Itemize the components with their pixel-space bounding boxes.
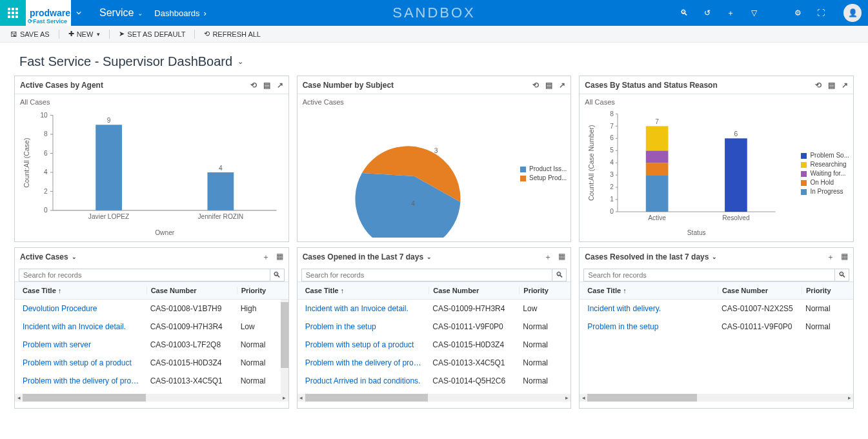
col-case-number[interactable]: Case Number	[429, 287, 519, 294]
global-nav-bar: prodware ⟳Fast Service Service ⌄ Dashboa…	[0, 0, 868, 26]
col-case-title[interactable]: Case Title ↑	[301, 287, 429, 294]
col-priority[interactable]: Priority	[519, 287, 570, 294]
scroll-left-arrow[interactable]: ◂	[580, 394, 587, 402]
col-case-title[interactable]: Case Title ↑	[583, 287, 718, 294]
settings-gear-icon[interactable]: ⚙	[792, 8, 803, 17]
search-icon[interactable]: 🔍︎	[678, 8, 690, 17]
svg-text:0: 0	[44, 207, 48, 214]
table-row[interactable]: Problem with the delivery of product 874…	[15, 372, 288, 390]
search-button[interactable]: 🔍︎	[552, 269, 566, 281]
scroll-right-arrow[interactable]: ▸	[563, 394, 570, 402]
records-icon[interactable]: ▤	[545, 81, 552, 90]
horizontal-scrollbar[interactable]: ◂ ▸	[298, 394, 571, 402]
case-title-link[interactable]: Problem with setup of a product	[19, 358, 146, 367]
svg-text:Javier LOPEZ: Javier LOPEZ	[88, 212, 129, 220]
col-case-number[interactable]: Case Number	[146, 287, 237, 294]
table-row[interactable]: Problem with the delivery of product 874…	[298, 354, 571, 372]
save-as-button[interactable]: 🖫SAVE AS	[6, 29, 54, 39]
chevron-down-icon: ▾	[97, 31, 100, 37]
case-title-link[interactable]: Problem with the delivery of product 874…	[19, 376, 146, 385]
recent-icon[interactable]: ↺	[701, 8, 713, 17]
refresh-icon[interactable]: ⟲	[532, 81, 539, 90]
area-switcher[interactable]: Service ⌄	[86, 7, 143, 19]
priority-cell: Normal	[519, 358, 570, 367]
case-title-link[interactable]: Incident with delivery.	[583, 304, 718, 313]
list-title[interactable]: Active Cases⌄	[20, 252, 77, 261]
card-cases-by-status: Cases By Status and Status Reason ⟲ ▤ ↗ …	[579, 76, 854, 242]
table-row[interactable]: Incident with delivery.CAS-01007-N2X2S5N…	[580, 300, 853, 318]
table-row[interactable]: Devolution ProcedureCAS-01008-V1B7H9High	[15, 300, 288, 318]
col-priority[interactable]: Priority	[237, 287, 288, 294]
horizontal-scrollbar[interactable]: ◂ ▸	[15, 394, 288, 402]
table-row[interactable]: Problem with setup of a productCAS-01015…	[298, 336, 571, 354]
search-input[interactable]	[584, 269, 834, 281]
list-title[interactable]: Cases Opened in the Last 7 days⌄	[303, 252, 432, 261]
search-input[interactable]	[302, 269, 552, 281]
grid-view-icon[interactable]: ▦	[276, 252, 283, 263]
scroll-left-arrow[interactable]: ◂	[15, 394, 23, 402]
case-title-link[interactable]: Product Arrived in bad conditions.	[301, 376, 429, 385]
brand-dropdown[interactable]	[71, 0, 86, 26]
scroll-right-arrow[interactable]: ▸	[281, 394, 288, 402]
case-number-cell: CAS-01014-Q5H2C6	[429, 376, 519, 385]
svg-text:Jennifer ROZIN: Jennifer ROZIN	[197, 212, 243, 220]
popout-icon[interactable]: ↗	[842, 81, 848, 90]
refresh-all-button[interactable]: ⟲REFRESH ALL	[200, 28, 265, 39]
col-case-title[interactable]: Case Title ↑	[19, 287, 146, 294]
case-title-link[interactable]: Problem with the delivery of product 874…	[301, 358, 429, 367]
table-row[interactable]: Problem with setup of a productCAS-01015…	[15, 354, 288, 372]
records-icon[interactable]: ▤	[263, 81, 270, 90]
set-default-button[interactable]: ➤SET AS DEFAULT	[115, 28, 189, 39]
case-title-link[interactable]: Problem with setup of a product	[301, 340, 429, 349]
table-row[interactable]: Problem with serverCAS-01003-L7F2Q8Norma…	[15, 336, 288, 354]
vertical-scrollbar[interactable]	[281, 300, 288, 394]
table-row[interactable]: Incident with an Invoice detail.CAS-0100…	[15, 318, 288, 336]
svg-text:4: 4	[411, 200, 415, 207]
svg-text:6: 6	[734, 130, 738, 138]
scroll-left-arrow[interactable]: ◂	[298, 394, 305, 402]
create-icon[interactable]: ＋	[725, 8, 736, 19]
col-priority[interactable]: Priority	[802, 287, 853, 294]
table-row[interactable]: Product Arrived in bad conditions.CAS-01…	[298, 372, 571, 390]
dashboard-selector[interactable]: Fast Service - Supervisor DashBoard ⌄	[0, 43, 868, 76]
popout-icon[interactable]: ↗	[559, 81, 565, 90]
table-row[interactable]: Incident with an Invoice detail.CAS-0100…	[298, 300, 571, 318]
user-avatar[interactable]: 👤	[843, 4, 862, 22]
case-title-link[interactable]: Devolution Procedure	[19, 304, 146, 313]
case-number-cell: CAS-01007-N2X2S5	[718, 304, 802, 313]
sort-asc-icon: ↑	[58, 287, 62, 294]
refresh-icon[interactable]: ⟲	[815, 81, 822, 90]
help-expand-icon[interactable]: ⛶	[815, 8, 827, 17]
records-icon[interactable]: ▤	[828, 81, 835, 90]
app-launcher-button[interactable]	[0, 0, 26, 26]
popout-icon[interactable]: ↗	[277, 81, 283, 90]
refresh-icon[interactable]: ⟲	[250, 81, 257, 90]
bar-chart[interactable]: 02468109Javier LOPEZ4Jennifer ROZINOwner…	[20, 108, 283, 238]
search-button[interactable]: 🔍︎	[834, 269, 849, 281]
new-button[interactable]: ✚NEW▾	[65, 28, 105, 39]
search-input[interactable]	[19, 269, 270, 281]
case-number-cell: CAS-01015-H0D3Z4	[429, 340, 519, 349]
priority-cell: Normal	[519, 340, 570, 349]
grid-view-icon[interactable]: ▦	[558, 252, 565, 263]
search-button[interactable]: 🔍︎	[270, 269, 284, 281]
add-record-button[interactable]: ＋	[544, 252, 552, 263]
case-title-link[interactable]: Problem with server	[19, 340, 146, 349]
scroll-right-arrow[interactable]: ▸	[845, 394, 853, 402]
add-record-button[interactable]: ＋	[262, 252, 270, 263]
case-title-link[interactable]: Incident with an Invoice detail.	[19, 322, 146, 331]
col-case-number[interactable]: Case Number	[718, 287, 802, 294]
list-title[interactable]: Cases Resolved in the last 7 days⌄	[585, 252, 717, 261]
grid-view-icon[interactable]: ▦	[841, 252, 848, 263]
filter-icon[interactable]: ▽	[748, 8, 760, 17]
table-row[interactable]: Problem in the setupCAS-01011-V9F0P0Norm…	[580, 318, 853, 336]
table-row[interactable]: Problem in the setupCAS-01011-V9F0P0Norm…	[298, 318, 571, 336]
case-title-link[interactable]: Problem in the setup	[583, 322, 718, 331]
case-title-link[interactable]: Problem in the setup	[301, 322, 429, 331]
horizontal-scrollbar[interactable]: ◂ ▸	[580, 394, 853, 402]
add-record-button[interactable]: ＋	[827, 252, 834, 263]
flag-icon: ➤	[119, 30, 125, 38]
case-title-link[interactable]: Incident with an Invoice detail.	[301, 304, 429, 313]
svg-text:8: 8	[44, 130, 48, 138]
subarea-breadcrumb[interactable]: Dashboards ›	[154, 8, 206, 18]
